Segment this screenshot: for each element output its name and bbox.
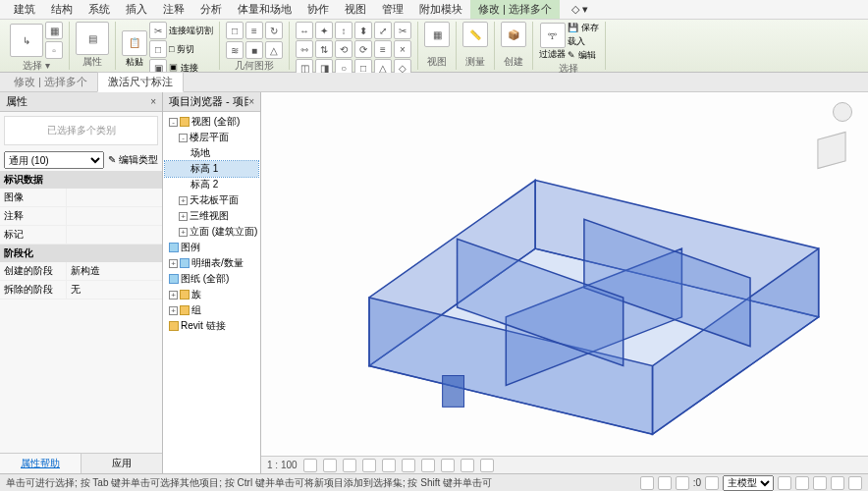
properties-help-link[interactable]: 属性帮助 (0, 454, 81, 473)
property-row[interactable]: 创建的阶段新构造 (0, 262, 162, 281)
property-value[interactable]: 无 (67, 281, 162, 299)
close-icon[interactable]: × (248, 96, 254, 107)
tree-toggle-icon[interactable]: + (169, 259, 178, 268)
geom-btn[interactable]: ≡ (245, 22, 263, 39)
nav-wheel-icon[interactable] (833, 102, 852, 122)
status-icon[interactable] (705, 476, 719, 490)
tree-toggle-icon[interactable]: + (169, 306, 178, 315)
mod-btn[interactable]: ⇅ (315, 40, 333, 58)
mod-btn[interactable]: ⟲ (335, 40, 353, 58)
status-icon[interactable] (795, 476, 809, 490)
geom-btn[interactable]: □ (226, 22, 244, 39)
tree-node[interactable]: 场地 (165, 145, 258, 161)
help-dropdown[interactable]: ◇ ▾ (564, 1, 596, 18)
project-browser-tree[interactable]: -视图 (全部)-楼层平面场地标高 1标高 2+天花板平面+三维视图+立面 (建… (163, 112, 260, 473)
tree-node[interactable]: 图例 (165, 240, 258, 255)
view-scale[interactable]: 1 : 100 (267, 460, 298, 470)
menu-item[interactable]: 结构 (43, 0, 81, 19)
viewbar-icon[interactable] (303, 459, 317, 472)
tree-node[interactable]: Revit 链接 (165, 318, 258, 334)
select-mode-1[interactable]: ▦ (45, 22, 63, 39)
menu-item[interactable]: 管理 (374, 0, 411, 19)
create-button[interactable]: 📦 (501, 22, 526, 47)
menu-item[interactable]: 分析 (192, 0, 230, 19)
tree-node[interactable]: +立面 (建筑立面) (165, 224, 258, 240)
tree-node[interactable]: +三维视图 (165, 208, 258, 224)
tree-node[interactable]: +族 (165, 287, 258, 302)
menu-item[interactable]: 协作 (299, 0, 337, 19)
tree-node[interactable]: 标高 2 (165, 177, 258, 192)
tree-toggle-icon[interactable]: - (179, 134, 188, 142)
property-value[interactable] (67, 189, 162, 206)
geom-btn[interactable]: ■ (245, 41, 263, 59)
context-tab[interactable]: 修改 | 选择多个 (4, 73, 97, 91)
properties-button[interactable]: ▤ (76, 22, 109, 55)
status-icon[interactable] (848, 476, 862, 490)
edit-type-button[interactable]: ✎ 编辑类型 (104, 153, 158, 167)
status-icon[interactable] (676, 476, 689, 490)
model-viewport[interactable]: .wall { fill: rgba(80,120,210,0.35); str… (261, 92, 868, 473)
menu-item[interactable]: 附加模块 (411, 0, 470, 19)
menu-item[interactable]: 修改 | 选择多个 (470, 0, 560, 19)
filter-button[interactable]: 🝖 (540, 23, 566, 48)
menu-item[interactable]: 注释 (155, 0, 192, 19)
viewbar-icon[interactable] (480, 459, 494, 472)
tree-toggle-icon[interactable]: + (179, 196, 188, 205)
cut-tool-button[interactable]: ✂ (149, 22, 167, 39)
menu-item[interactable]: 插入 (118, 0, 155, 19)
edit-selection-button[interactable]: ✎ 编辑 (568, 49, 599, 62)
mod-btn[interactable]: ↕ (335, 22, 353, 39)
status-icon[interactable] (640, 476, 654, 490)
paste-button[interactable]: 📋 (122, 30, 147, 56)
geom-btn[interactable]: △ (265, 41, 283, 59)
select-mode-2[interactable]: ▫ (45, 41, 63, 59)
menu-item[interactable]: 系统 (81, 0, 118, 19)
tree-node[interactable]: +天花板平面 (165, 192, 258, 208)
viewbar-icon[interactable] (343, 459, 356, 472)
tree-node[interactable]: +明细表/数量 (165, 255, 258, 271)
tree-node[interactable]: -楼层平面 (165, 130, 258, 145)
status-icon[interactable] (813, 476, 827, 490)
property-row[interactable]: 拆除的阶段无 (0, 281, 162, 300)
property-row[interactable]: 标记 (0, 226, 162, 245)
apply-button[interactable]: 应用 (81, 454, 162, 473)
tree-node[interactable]: 标高 1 (165, 161, 258, 177)
save-selection-button[interactable]: 💾 保存 (568, 22, 599, 34)
geom-btn[interactable]: ≋ (226, 41, 244, 59)
mod-btn[interactable]: ⇿ (296, 40, 313, 58)
load-selection-button[interactable]: 载入 (568, 35, 599, 48)
status-icon[interactable] (831, 476, 844, 490)
viewbar-icon[interactable] (402, 459, 415, 472)
mod-btn[interactable]: × (394, 40, 411, 58)
property-row[interactable]: 图像 (0, 189, 162, 207)
menu-item[interactable]: 视图 (337, 0, 374, 19)
tree-node[interactable]: -视图 (全部) (165, 114, 258, 130)
worksharing-select[interactable]: 主模型 (723, 475, 774, 491)
geom-btn[interactable]: ↻ (265, 22, 283, 39)
tree-node[interactable]: 图纸 (全部) (165, 271, 258, 287)
tree-toggle-icon[interactable]: + (179, 228, 188, 237)
viewbar-icon[interactable] (441, 459, 455, 472)
property-row[interactable]: 注释 (0, 207, 162, 226)
mod-btn[interactable]: ↔ (296, 22, 313, 39)
mod-btn[interactable]: ✦ (315, 22, 333, 39)
close-icon[interactable]: × (150, 96, 156, 107)
menu-item[interactable]: 建筑 (6, 0, 43, 19)
mod-btn[interactable]: ⟳ (354, 40, 372, 58)
status-icon[interactable] (778, 476, 791, 490)
measure-button[interactable]: 📏 (462, 22, 488, 47)
modify-tool-button[interactable]: ↳ (10, 24, 43, 57)
mod-btn[interactable]: ⬍ (354, 22, 372, 39)
viewbar-icon[interactable] (421, 459, 435, 472)
tree-toggle-icon[interactable]: - (169, 118, 178, 127)
properties-type-selector[interactable]: 已选择多个类别 (4, 116, 158, 145)
mod-btn[interactable]: ⤢ (374, 22, 392, 39)
status-icon[interactable] (658, 476, 672, 490)
cut-button[interactable]: □ (149, 40, 167, 58)
viewbar-icon[interactable] (461, 459, 474, 472)
tree-node[interactable]: +组 (165, 302, 258, 318)
instance-filter-select[interactable]: 通用 (10) (4, 151, 104, 169)
mod-btn[interactable]: ✂ (394, 22, 411, 39)
mod-btn[interactable]: ≡ (374, 40, 392, 58)
view-button[interactable]: ▦ (424, 22, 450, 47)
